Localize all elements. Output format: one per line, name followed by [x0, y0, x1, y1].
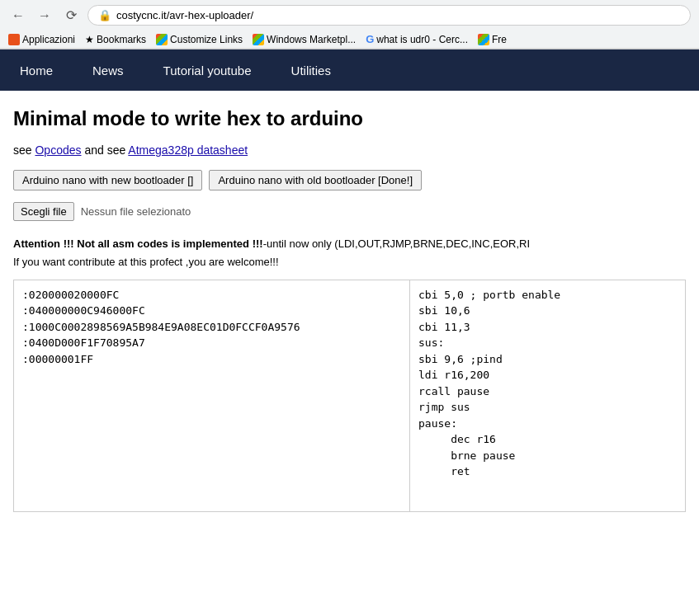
ms-icon-3 [478, 34, 489, 45]
bookmark-windows[interactable]: Windows Marketpl... [253, 34, 356, 45]
old-bootloader-button[interactable]: Arduino nano with old bootloader [Done!] [209, 170, 422, 190]
browser-chrome: ← → ⟳ 🔒 costycnc.it/avr-hex-uploader/ Ap… [0, 0, 699, 49]
code-right[interactable]: cbi 5,0 ; portb enable sbi 10,6 cbi 11,3… [410, 280, 685, 511]
nav-news[interactable]: News [73, 49, 144, 91]
address-bar[interactable]: 🔒 costycnc.it/avr-hex-uploader/ [87, 5, 691, 26]
datasheet-link[interactable]: Atmega328p datasheet [128, 143, 248, 157]
code-left[interactable]: :020000020000FC :040000000C946000FC :100… [14, 280, 410, 511]
welcome-line: If you want contribute at this profect ,… [13, 256, 686, 268]
nav-home[interactable]: Home [0, 49, 73, 91]
attention-bold: Attention !!! Not all asm codes is imple… [13, 237, 263, 250]
applicazioni-icon [8, 34, 20, 45]
page-title: Minimal mode to write hex to arduino [13, 107, 686, 130]
new-bootloader-button[interactable]: Arduino nano with new bootloader [] [13, 170, 202, 190]
url-text: costycnc.it/avr-hex-uploader/ [116, 9, 253, 21]
attention-line: Attention !!! Not all asm codes is imple… [13, 236, 686, 252]
lock-icon: 🔒 [98, 9, 111, 21]
code-panels: :020000020000FC :040000000C946000FC :100… [13, 280, 686, 512]
bookmark-google[interactable]: G what is udr0 - Cerc... [366, 33, 468, 45]
star-icon: ★ [85, 34, 94, 45]
see-middle: and see [82, 143, 129, 157]
attention-rest: -until now only (LDI,OUT,RJMP,BRNE,DEC,I… [263, 237, 530, 250]
site-nav: Home News Tutorial youtube Utilities [0, 49, 699, 91]
nav-utilities[interactable]: Utilities [272, 49, 351, 91]
google-icon: G [366, 33, 374, 45]
back-button[interactable]: ← [8, 6, 28, 26]
bookmark-applicazioni[interactable]: Applicazioni [8, 34, 75, 45]
ms-icon-2 [253, 34, 264, 45]
bookmark-fre[interactable]: Fre [478, 34, 507, 45]
browser-toolbar: ← → ⟳ 🔒 costycnc.it/avr-hex-uploader/ [0, 0, 699, 31]
file-row: Scegli file Nessun file selezionato [13, 202, 686, 221]
forward-button[interactable]: → [35, 6, 54, 26]
see-prefix: see [13, 143, 35, 157]
file-status: Nessun file selezionato [81, 205, 191, 218]
file-choose-button[interactable]: Scegli file [13, 202, 74, 221]
ms-icon-1 [156, 34, 168, 45]
bookmark-customize[interactable]: Customize Links [156, 34, 243, 45]
bookmarks-bar: Applicazioni ★ Bookmarks Customize Links… [0, 31, 699, 49]
opcodes-link[interactable]: Opcodes [35, 143, 81, 157]
buttons-row: Arduino nano with new bootloader [] Ardu… [13, 170, 686, 190]
bookmark-bookmarks[interactable]: ★ Bookmarks [85, 34, 146, 45]
nav-tutorial[interactable]: Tutorial youtube [144, 49, 272, 91]
page-content: Minimal mode to write hex to arduino see… [0, 91, 699, 529]
reload-button[interactable]: ⟳ [61, 6, 81, 26]
see-line: see Opcodes and see Atmega328p datasheet [13, 143, 686, 157]
